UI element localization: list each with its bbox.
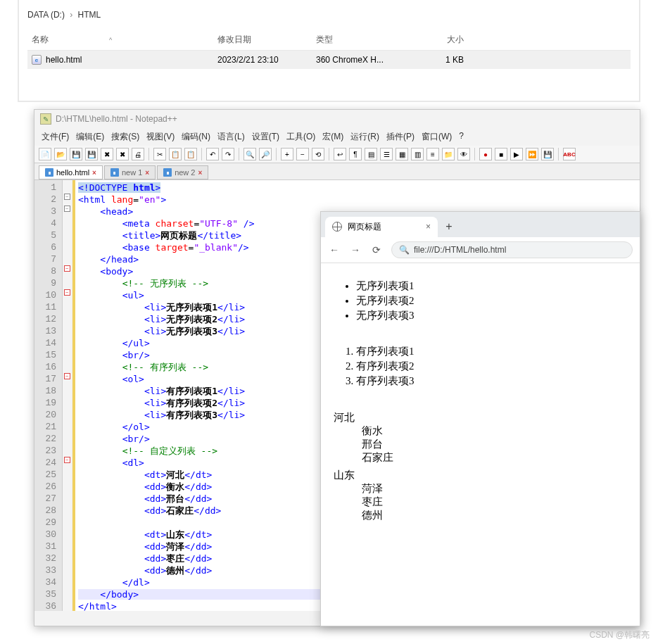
- file-date: 2023/2/21 23:10: [217, 55, 316, 65]
- col-date-header[interactable]: 修改日期: [217, 34, 316, 46]
- paste-icon[interactable]: 📋: [184, 148, 197, 160]
- zoom-out-icon[interactable]: −: [296, 148, 309, 160]
- fold-minus-icon[interactable]: −: [64, 194, 70, 200]
- fold-minus-icon[interactable]: −: [64, 206, 70, 212]
- stop-icon[interactable]: ■: [495, 148, 507, 160]
- menu-search[interactable]: 搜索(S): [108, 130, 142, 144]
- zoom-in-icon[interactable]: +: [281, 148, 293, 160]
- address-bar[interactable]: 🔍 file:///D:/HTML/hello.html: [391, 241, 633, 258]
- doc-map-icon[interactable]: ▦: [396, 148, 408, 160]
- record-icon[interactable]: ●: [479, 148, 492, 160]
- redo-icon[interactable]: ↷: [222, 148, 234, 160]
- tab-close-icon[interactable]: ×: [145, 169, 149, 177]
- chevron-right-icon: ›: [67, 10, 75, 20]
- menu-view[interactable]: 视图(V): [144, 130, 177, 144]
- spell-icon[interactable]: ABC: [563, 148, 576, 160]
- def-desc: 菏泽: [362, 482, 627, 495]
- menu-settings[interactable]: 设置(T): [249, 130, 282, 144]
- close-icon[interactable]: ✖: [101, 148, 113, 160]
- disk-icon: ∎: [163, 168, 172, 177]
- def-desc: 邢台: [362, 438, 627, 451]
- browser-tab[interactable]: 网页标题 ×: [325, 217, 438, 237]
- file-explorer: DATA (D:) › HTML 名称^ 修改日期 类型 大小 ehello.h…: [18, 0, 640, 102]
- menu-tools[interactable]: 工具(O): [284, 130, 318, 144]
- list-item: 无序列表项1: [356, 279, 627, 293]
- browser-tabstrip: 网页标题 × +: [321, 212, 640, 237]
- menu-window[interactable]: 窗口(W): [419, 130, 455, 144]
- breadcrumb-folder[interactable]: HTML: [78, 10, 101, 20]
- play-multi-icon[interactable]: ⏩: [526, 148, 538, 160]
- back-button[interactable]: ←: [328, 244, 341, 256]
- lang-icon[interactable]: ☰: [380, 148, 393, 160]
- new-tab-button[interactable]: +: [441, 218, 457, 235]
- menu-help[interactable]: ?: [456, 130, 467, 144]
- menu-file[interactable]: 文件(F): [39, 130, 72, 144]
- menu-encoding[interactable]: 编码(N): [179, 130, 213, 144]
- monitor-icon[interactable]: 👁: [457, 148, 470, 160]
- menu-language[interactable]: 语言(L): [215, 130, 248, 144]
- breadcrumb-root[interactable]: DATA (D:): [27, 10, 65, 20]
- close-all-icon[interactable]: ✖: [116, 148, 129, 160]
- fold-minus-icon[interactable]: −: [64, 289, 70, 296]
- file-list-header: 名称^ 修改日期 类型 大小: [27, 30, 631, 51]
- def-term: 河北: [334, 411, 627, 424]
- line-numbers: 1234567891011121314151617181920212223242…: [34, 180, 63, 611]
- search-icon: 🔍: [399, 245, 410, 255]
- replace-icon[interactable]: 🔎: [259, 148, 272, 160]
- close-tab-icon[interactable]: ×: [426, 222, 431, 232]
- menu-macro[interactable]: 宏(M): [319, 130, 346, 144]
- file-size: 1 KB: [422, 55, 464, 65]
- menu-edit[interactable]: 编辑(E): [73, 130, 107, 144]
- list-item: 无序列表项3: [356, 308, 627, 323]
- fold-minus-icon[interactable]: −: [64, 265, 70, 272]
- def-term: 山东: [334, 469, 627, 482]
- indent-guide-icon[interactable]: ▤: [365, 148, 377, 160]
- open-file-icon[interactable]: 📂: [54, 148, 67, 160]
- menu-plugins[interactable]: 插件(P): [384, 130, 417, 144]
- breadcrumb[interactable]: DATA (D:) › HTML: [27, 7, 631, 30]
- forward-button[interactable]: →: [349, 244, 362, 256]
- sync-icon[interactable]: ⟲: [312, 148, 324, 160]
- new-file-icon[interactable]: 📄: [39, 148, 51, 160]
- col-name-header[interactable]: 名称^: [27, 34, 217, 46]
- tab-new-2[interactable]: ∎new 2×: [157, 165, 208, 179]
- doc-list-icon[interactable]: ▥: [411, 148, 424, 160]
- def-desc: 德州: [362, 509, 627, 522]
- sort-arrow-icon: ^: [53, 37, 112, 44]
- fold-column[interactable]: − − − − − −: [63, 180, 72, 611]
- menu-run[interactable]: 运行(R): [348, 130, 382, 144]
- browser-window: 网页标题 × + ← → ⟳ 🔍 file:///D:/HTML/hello.h…: [320, 211, 640, 626]
- reload-button[interactable]: ⟳: [370, 244, 383, 256]
- tab-new-1[interactable]: ∎new 1×: [104, 165, 156, 179]
- show-chars-icon[interactable]: ¶: [349, 148, 362, 160]
- print-icon[interactable]: 🖨: [132, 148, 144, 160]
- tab-close-icon[interactable]: ×: [198, 169, 202, 177]
- globe-icon: [332, 222, 342, 232]
- tab-close-icon[interactable]: ×: [92, 169, 96, 177]
- wrap-icon[interactable]: ↩: [334, 148, 346, 160]
- browser-toolbar: ← → ⟳ 🔍 file:///D:/HTML/hello.html: [321, 237, 640, 263]
- col-size-header[interactable]: 大小: [422, 34, 464, 46]
- def-desc: 枣庄: [362, 495, 627, 509]
- save-all-icon[interactable]: 💾: [85, 148, 98, 160]
- folder-icon[interactable]: 📁: [442, 148, 455, 160]
- col-type-header[interactable]: 类型: [316, 34, 422, 46]
- func-list-icon[interactable]: ≡: [426, 148, 439, 160]
- tab-hello-html[interactable]: ∎hello.html×: [39, 165, 103, 179]
- file-row[interactable]: ehello.html 2023/2/21 23:10 360 ChromeX …: [27, 51, 631, 69]
- def-desc: 石家庄: [362, 451, 627, 465]
- list-item: 无序列表项2: [356, 293, 627, 308]
- find-icon[interactable]: 🔍: [243, 148, 256, 160]
- save-macro-icon[interactable]: 💾: [541, 148, 554, 160]
- fold-minus-icon[interactable]: −: [64, 373, 70, 379]
- undo-icon[interactable]: ↶: [206, 148, 219, 160]
- window-titlebar[interactable]: ✎ D:\HTML\hello.html - Notepad++: [34, 110, 640, 128]
- file-name: hello.html: [46, 55, 82, 65]
- html-file-icon: e: [32, 55, 42, 65]
- copy-icon[interactable]: 📋: [169, 148, 182, 160]
- save-icon[interactable]: 💾: [70, 148, 82, 160]
- fold-minus-icon[interactable]: −: [64, 457, 70, 463]
- ordered-list: 有序列表项1 有序列表项2 有序列表项3: [356, 344, 627, 389]
- play-icon[interactable]: ▶: [510, 148, 523, 160]
- cut-icon[interactable]: ✂: [153, 148, 166, 160]
